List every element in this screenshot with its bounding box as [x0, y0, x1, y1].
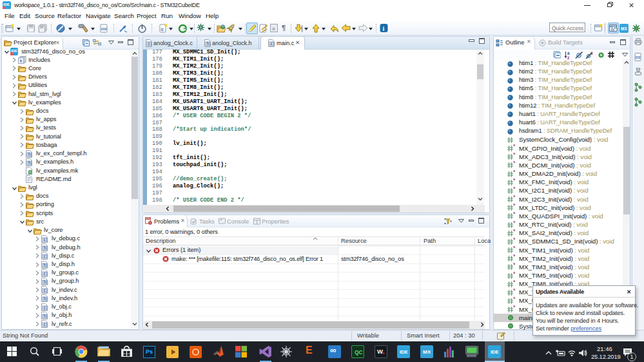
svg-text:h: h: [43, 314, 46, 318]
svg-text:i: i: [383, 25, 385, 32]
svg-text:h: h: [28, 152, 30, 157]
svg-text:h: h: [43, 245, 46, 250]
svg-text:c: c: [43, 288, 46, 292]
svg-text:c: c: [43, 305, 46, 310]
svg-text:c: c: [43, 237, 46, 242]
svg-text:c: c: [270, 41, 273, 46]
svg-text:h: h: [19, 59, 22, 63]
svg-text:010: 010: [101, 27, 107, 31]
svg-text:s: s: [590, 51, 593, 55]
svg-text:010: 010: [636, 56, 641, 59]
svg-text:h: h: [43, 296, 46, 301]
svg-text:a: a: [272, 26, 275, 32]
svg-text:h: h: [43, 263, 46, 267]
svg-text:c: c: [148, 41, 150, 46]
svg-text:c: c: [43, 254, 46, 258]
svg-text:c: c: [43, 271, 46, 276]
svg-text:z: z: [567, 55, 570, 60]
svg-text:h: h: [43, 280, 46, 284]
svg-text:c: c: [43, 322, 46, 327]
svg-text:c: c: [161, 26, 164, 32]
svg-text:h: h: [206, 41, 209, 46]
svg-text:h: h: [28, 160, 30, 165]
